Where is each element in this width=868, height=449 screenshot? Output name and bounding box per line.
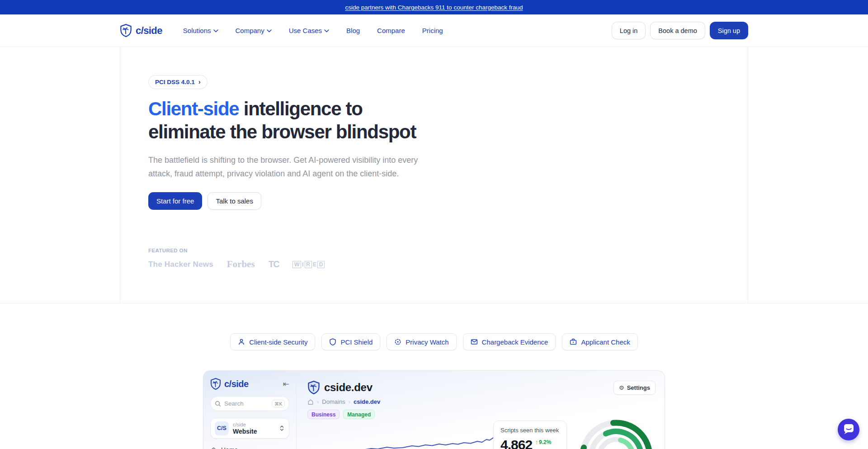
breadcrumb-current[interactable]: cside.dev — [354, 398, 380, 405]
forbes-logo: Forbes — [227, 259, 255, 270]
stat-value: 4,862 — [500, 437, 532, 449]
chat-launcher-button[interactable] — [838, 419, 859, 440]
nav-item-use-cases[interactable]: Use Cases — [289, 27, 329, 34]
dashboard-preview: c/side ⇤ Search ⌘K C/S c/side Website — [203, 370, 665, 449]
home-icon[interactable] — [307, 399, 314, 405]
workspace-org: c/side — [233, 422, 257, 427]
sidebar-collapse-icon[interactable]: ⇤ — [283, 380, 289, 388]
start-free-button[interactable]: Start for free — [148, 192, 202, 210]
dashboard-main: cside.dev ⚙ Settings › Domains › cside.d… — [297, 371, 665, 449]
hacker-news-logo: The Hacker News — [148, 260, 213, 269]
tab-chargeback-evidence[interactable]: Chargeback Evidence — [463, 333, 556, 350]
shield-palm-icon — [307, 381, 320, 394]
workspace-name: Website — [233, 428, 257, 435]
book-demo-button[interactable]: Book a demo — [650, 22, 705, 39]
dashboard-sidebar: c/side ⇤ Search ⌘K C/S c/side Website — [203, 371, 297, 449]
featured-on-section: FEATURED ON The Hacker News Forbes TC WI… — [148, 248, 748, 270]
tab-applicant-check[interactable]: Applicant Check — [562, 333, 637, 350]
search-placeholder: Search — [224, 400, 244, 407]
search-shortcut-badge: ⌘K — [272, 400, 285, 407]
chevron-down-icon — [267, 29, 272, 33]
tab-privacy-watch[interactable]: Privacy Watch — [387, 333, 456, 350]
shield-palm-icon — [120, 24, 132, 37]
mail-icon — [471, 338, 478, 345]
chevron-down-icon — [324, 29, 329, 33]
business-badge: Business — [307, 410, 340, 419]
nav-item-compare[interactable]: Compare — [377, 27, 405, 34]
brand-wordmark: c/side — [136, 25, 162, 37]
brand-logo[interactable]: c/side — [120, 24, 162, 37]
person-icon — [238, 338, 245, 345]
home-icon — [210, 447, 217, 449]
press-logo-row: The Hacker News Forbes TC WIRED — [148, 259, 748, 270]
nav-item-blog[interactable]: Blog — [346, 27, 360, 34]
search-icon — [215, 401, 221, 407]
pci-dss-badge[interactable]: PCI DSS 4.0.1 › — [148, 75, 208, 89]
scan-icon — [394, 338, 401, 345]
chat-bubble-icon — [838, 419, 859, 440]
announcement-link[interactable]: cside partners with Chargebacks 911 to c… — [345, 4, 523, 11]
workspace-selector[interactable]: C/S c/side Website — [210, 418, 289, 439]
techcrunch-logo: TC — [269, 259, 279, 269]
shield-palm-icon — [210, 378, 221, 390]
tab-client-side-security[interactable]: Client-side Security — [230, 333, 315, 350]
search-input[interactable]: Search ⌘K — [210, 396, 289, 411]
hero-description: The battlefield is shifting to the brows… — [148, 153, 429, 180]
breadcrumb: › Domains › cside.dev — [307, 398, 656, 405]
nav-actions: Log in Book a demo Sign up — [612, 22, 748, 39]
feature-tabs: Client-side Security PCI Shield Privacy … — [0, 303, 868, 350]
domain-title: cside.dev — [324, 381, 373, 394]
chevron-down-icon — [213, 29, 218, 33]
wired-logo: WIRED — [292, 261, 325, 268]
rings-chart — [575, 415, 658, 449]
unfold-chevrons-icon — [279, 425, 285, 432]
breadcrumb-domains[interactable]: Domains — [322, 398, 345, 405]
stat-label: Scripts seen this week — [500, 427, 560, 434]
stat-delta: ↑ 9.2% — [535, 439, 551, 445]
tab-pci-shield[interactable]: PCI Shield — [321, 333, 380, 350]
announcement-banner: cside partners with Chargebacks 911 to c… — [0, 0, 868, 14]
signup-button[interactable]: Sign up — [710, 22, 748, 39]
nav-menu: Solutions Company Use Cases Blog Compare… — [183, 27, 443, 34]
shield-icon — [329, 338, 336, 345]
gear-icon: ⚙ — [619, 384, 624, 391]
scripts-stat-card: Scripts seen this week 4,862 ↑ 9.2% — [493, 421, 567, 449]
chevron-right-icon: › — [198, 78, 201, 85]
nav-item-company[interactable]: Company — [236, 27, 272, 34]
talk-to-sales-button[interactable]: Talk to sales — [208, 192, 261, 210]
managed-badge: Managed — [343, 410, 375, 419]
dashboard-brand-logo[interactable]: c/side — [210, 378, 249, 390]
sidebar-item-home[interactable]: Home — [210, 446, 289, 449]
login-button[interactable]: Log in — [612, 22, 646, 39]
hero-section: PCI DSS 4.0.1 › Client-side intelligence… — [120, 47, 748, 303]
main-nav: c/side Solutions Company Use Cases Blog … — [0, 14, 868, 47]
settings-button[interactable]: ⚙ Settings — [613, 381, 656, 395]
hero-cta-row: Start for free Talk to sales — [148, 192, 748, 210]
hero-title: Client-side intelligence toeliminate the… — [148, 97, 748, 143]
nav-item-solutions[interactable]: Solutions — [183, 27, 218, 34]
briefcase-icon — [570, 338, 577, 345]
featured-on-label: FEATURED ON — [148, 248, 748, 253]
nav-item-pricing[interactable]: Pricing — [422, 27, 443, 34]
workspace-avatar: C/S — [215, 421, 229, 435]
arrow-up-icon: ↑ — [535, 439, 538, 445]
product-preview-section: Client-side Security PCI Shield Privacy … — [0, 303, 868, 449]
scripts-line-chart — [344, 424, 493, 449]
